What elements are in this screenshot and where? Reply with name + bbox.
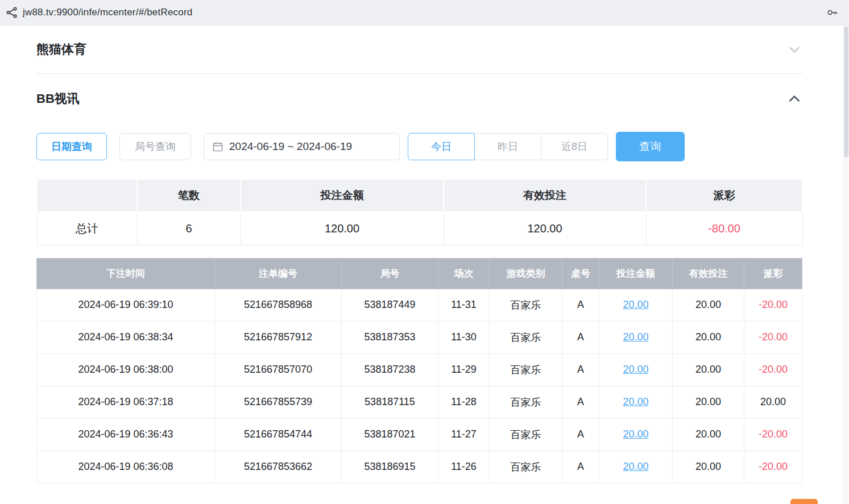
last8days-button[interactable]: 近8日 (541, 133, 608, 160)
cell-bet-id: 521667855739 (215, 386, 342, 418)
cell-bet-time: 2024-06-19 06:38:34 (37, 321, 215, 353)
cell-valid-bet: 20.00 (673, 321, 744, 353)
cell-payout: -20.00 (744, 289, 802, 321)
date-query-button[interactable]: 日期查询 (36, 133, 107, 160)
quick-range-group: 今日 昨日 近8日 (408, 133, 608, 160)
summary-header-count: 笔数 (137, 179, 241, 212)
yesterday-button[interactable]: 昨日 (474, 133, 541, 160)
bet-amount-link[interactable]: 20.00 (623, 331, 648, 343)
cell-valid-bet: 20.00 (673, 451, 744, 483)
header-bet-amount: 投注金额 (599, 258, 673, 289)
cell-bet-id: 521667854744 (215, 418, 342, 451)
date-range-input[interactable]: 2024-06-19 ~ 2024-06-19 (204, 133, 400, 160)
cell-valid-bet: 20.00 (673, 386, 744, 418)
table-row: 2024-06-19 06:36:08 521667853662 5381869… (37, 451, 802, 483)
calendar-icon (212, 141, 223, 152)
cell-valid-bet: 20.00 (673, 353, 744, 386)
cell-bet-amount: 20.00 (599, 418, 673, 451)
cell-bet-id: 521667857912 (215, 321, 342, 353)
cell-game-type: 百家乐 (490, 386, 562, 418)
summary-table: 笔数 投注金额 有效投注 派彩 总计 6 120.00 120.00 -80.0… (36, 178, 803, 245)
scrollbar-thumb[interactable] (844, 27, 848, 157)
cell-bet-amount: 20.00 (599, 321, 673, 353)
cell-table-no: A (562, 321, 599, 353)
cell-session: 11-26 (438, 451, 490, 483)
cell-payout: -20.00 (744, 418, 802, 451)
cell-round-no: 538187021 (342, 418, 438, 451)
main-content: 熊猫体育 BB视讯 日期查询 局号查询 (0, 26, 849, 484)
table-row: 2024-06-19 06:36:43 521667854744 5381870… (37, 418, 802, 451)
cell-bet-id: 521667853662 (215, 451, 342, 483)
bet-amount-link[interactable]: 20.00 (623, 396, 648, 407)
cell-payout: -20.00 (744, 451, 802, 483)
cell-table-no: A (562, 386, 599, 418)
summary-header-row: 笔数 投注金额 有效投注 派彩 (37, 179, 802, 212)
section-panda-sports[interactable]: 熊猫体育 (36, 26, 802, 73)
chevron-down-icon[interactable] (787, 42, 802, 57)
floating-widget[interactable] (790, 499, 818, 504)
summary-header-empty (37, 179, 137, 212)
summary-bet-amount: 120.00 (241, 212, 444, 245)
summary-header-bet-amount: 投注金额 (241, 179, 444, 212)
cell-payout: -20.00 (744, 321, 802, 353)
url-text[interactable]: jw88.tv:9900/infe/mcenter/#/betRecord (23, 7, 826, 18)
cell-round-no: 538187238 (342, 353, 438, 386)
summary-count: 6 (137, 212, 241, 245)
cell-game-type: 百家乐 (490, 353, 562, 386)
header-bet-id: 注单编号 (215, 258, 342, 289)
cell-bet-id: 521667858968 (215, 289, 342, 321)
header-session: 场次 (438, 258, 490, 289)
date-range-value: 2024-06-19 ~ 2024-06-19 (229, 140, 352, 153)
header-bet-time: 下注时间 (37, 258, 215, 289)
search-button[interactable]: 查询 (616, 132, 685, 161)
today-button[interactable]: 今日 (408, 133, 475, 160)
bet-records-table: 下注时间 注单编号 局号 场次 游戏类别 桌号 投注金额 有效投注 派彩 202… (36, 258, 802, 484)
cell-payout: -20.00 (744, 353, 802, 386)
cell-bet-time: 2024-06-19 06:37:18 (37, 386, 215, 418)
cell-game-type: 百家乐 (490, 451, 562, 483)
cell-session: 11-28 (438, 386, 490, 418)
cell-round-no: 538187115 (342, 386, 438, 418)
bet-table-header-row: 下注时间 注单编号 局号 场次 游戏类别 桌号 投注金额 有效投注 派彩 (37, 258, 802, 289)
cell-bet-time: 2024-06-19 06:36:08 (37, 451, 215, 483)
section-title-panda: 熊猫体育 (36, 41, 86, 58)
summary-valid-bet: 120.00 (444, 212, 646, 245)
share-sitemap-icon[interactable] (6, 6, 18, 19)
filter-bar: 日期查询 局号查询 2024-06-19 ~ 2024-06-19 今日 昨日 … (36, 132, 802, 161)
bet-amount-link[interactable]: 20.00 (623, 461, 648, 472)
page: jw88.tv:9900/infe/mcenter/#/betRecord 熊猫… (0, 0, 849, 504)
cell-bet-time: 2024-06-19 06:38:00 (37, 353, 215, 386)
browser-address-bar: jw88.tv:9900/infe/mcenter/#/betRecord (0, 0, 849, 26)
chevron-up-icon[interactable] (787, 91, 802, 106)
summary-header-payout: 派彩 (646, 179, 802, 212)
cell-bet-time: 2024-06-19 06:39:10 (37, 289, 215, 321)
section-bb-video[interactable]: BB视讯 (36, 74, 802, 124)
header-payout: 派彩 (744, 258, 802, 289)
bet-amount-link[interactable]: 20.00 (623, 299, 648, 310)
section-title-bb: BB视讯 (36, 90, 80, 107)
bet-amount-link[interactable]: 20.00 (623, 428, 648, 440)
header-table-no: 桌号 (562, 258, 599, 289)
header-round-no: 局号 (342, 258, 438, 289)
cell-session: 11-29 (438, 353, 490, 386)
cell-valid-bet: 20.00 (673, 418, 744, 451)
cell-game-type: 百家乐 (490, 321, 562, 353)
password-key-icon[interactable] (826, 7, 838, 18)
table-row: 2024-06-19 06:38:00 521667857070 5381872… (37, 353, 802, 386)
header-game-type: 游戏类别 (490, 258, 562, 289)
cell-bet-amount: 20.00 (599, 353, 673, 386)
bet-table-body: 2024-06-19 06:39:10 521667858968 5381874… (37, 289, 802, 483)
cell-session: 11-30 (438, 321, 490, 353)
cell-table-no: A (562, 451, 599, 483)
cell-table-no: A (562, 353, 599, 386)
table-row: 2024-06-19 06:37:18 521667855739 5381871… (37, 386, 802, 418)
scrollbar-track[interactable] (843, 26, 849, 504)
bet-amount-link[interactable]: 20.00 (623, 364, 648, 375)
summary-payout: -80.00 (646, 212, 802, 245)
cell-round-no: 538186915 (342, 451, 438, 483)
cell-table-no: A (562, 289, 599, 321)
cell-payout: 20.00 (744, 386, 802, 418)
round-query-button[interactable]: 局号查询 (119, 133, 191, 160)
table-row: 2024-06-19 06:38:34 521667857912 5381873… (37, 321, 802, 353)
cell-game-type: 百家乐 (490, 418, 562, 451)
